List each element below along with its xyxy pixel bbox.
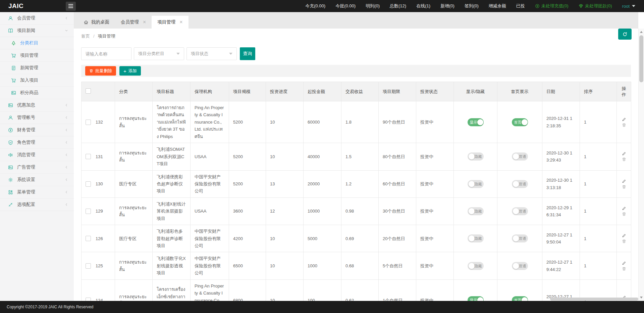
cell-agency: Ping An Property & Casualty Insurance Co…: [191, 101, 229, 143]
scroll-down-arrow[interactable]: [639, 295, 644, 300]
cell-progress: 13: [266, 170, 304, 197]
cell-sort: 1: [580, 252, 617, 279]
status-select[interactable]: 项目状态: [186, 47, 237, 60]
sidebar-item-member-management[interactable]: 会员管理: [0, 12, 74, 25]
edit-button[interactable]: [622, 233, 626, 238]
home-display-toggle[interactable]: 普通: [512, 234, 528, 242]
visibility-toggle[interactable]: 显示: [468, 118, 484, 126]
select-all-checkbox[interactable]: [86, 88, 91, 94]
switch-label: 隐藏: [475, 181, 482, 187]
content-panel: 首页 / 项目管理 项目分类栏目 项目状态 查询: [74, 29, 638, 301]
row-checkbox[interactable]: [86, 154, 91, 159]
edit-button[interactable]: [622, 206, 626, 211]
row-checkbox[interactable]: [86, 263, 91, 269]
delete-button[interactable]: [622, 267, 626, 271]
row-checkbox[interactable]: [86, 209, 91, 214]
sidebar-item-ad-management[interactable]: 广告管理: [0, 161, 74, 174]
switch-knob: [513, 181, 519, 187]
delete-button[interactable]: [622, 157, 626, 162]
edit-button[interactable]: [622, 117, 626, 122]
row-checkbox[interactable]: [86, 120, 91, 125]
switch-label: 隐藏: [475, 263, 482, 269]
topbar-stat[interactable]: 总数(12): [390, 3, 406, 9]
cell-home: 普通: [497, 197, 542, 225]
topbar-stat[interactable]: 今充(0.00): [305, 3, 325, 9]
breadcrumb: 首页 / 项目管理: [74, 29, 638, 44]
brand-logo: JAIC: [0, 2, 66, 10]
sidebar-item-label: 财务管理: [17, 127, 64, 133]
batch-delete-button[interactable]: 批量删除: [85, 66, 116, 76]
category-select[interactable]: 项目分类栏目: [134, 47, 184, 60]
scroll-up-arrow[interactable]: [639, 29, 644, 35]
topbar-stat[interactable]: 增减余额: [489, 3, 506, 9]
edit-button[interactable]: [622, 179, 626, 183]
topbar-stat[interactable]: 已投: [516, 3, 525, 9]
sidebar-item-menu-management[interactable]: 菜单管理: [0, 186, 74, 198]
sidebar-item-project-news[interactable]: 项目新闻: [0, 25, 74, 37]
home-display-toggle[interactable]: 普通: [512, 207, 528, 215]
vertical-scrollbar-thumb[interactable]: [639, 35, 643, 82]
visibility-toggle[interactable]: 隐藏: [468, 207, 484, 215]
search-button[interactable]: 查询: [240, 47, 255, 60]
pending-recharge-alert[interactable]: 未处理充值(0): [535, 3, 569, 9]
table-row: 132การลงทุนระยะสั้นโครงการถ่ายภาพด้วยคลื…: [82, 101, 631, 143]
visibility-toggle[interactable]: 隐藏: [468, 180, 484, 188]
home-display-toggle[interactable]: 普通: [512, 180, 528, 188]
topbar-stat[interactable]: 签到(0): [465, 3, 479, 9]
column-header-5: 投资进度: [266, 82, 304, 101]
refresh-button[interactable]: [618, 29, 632, 40]
home-display-toggle[interactable]: 首页: [512, 118, 528, 126]
sidebar-item-join-project[interactable]: 加入项目: [0, 74, 74, 87]
cell-sort: 1: [580, 101, 617, 143]
cell-progress: 10: [266, 101, 304, 143]
topbar-stat[interactable]: 明到(0): [366, 3, 380, 9]
user-menu[interactable]: root: [622, 4, 635, 9]
breadcrumb-home[interactable]: 首页: [81, 33, 90, 39]
sidebar-item-option-config[interactable]: 选项配置: [0, 198, 74, 211]
tabbar: 我的桌面会员管理×项目管理×: [74, 12, 638, 29]
cell-status: 投资中: [416, 170, 454, 197]
topbar-stat[interactable]: 在线(1): [416, 3, 430, 9]
tab-desktop[interactable]: 我的桌面: [78, 16, 115, 29]
sidebar-item-role-management[interactable]: 角色管理: [0, 136, 74, 149]
sidebar-item-points-goods[interactable]: 积分商品: [0, 87, 74, 99]
row-checkbox[interactable]: [86, 181, 91, 187]
delete-button[interactable]: [622, 185, 626, 189]
sidebar-item-finance-management[interactable]: 财务管理: [0, 124, 74, 136]
topbar-stat[interactable]: 新增(0): [440, 3, 454, 9]
visibility-toggle[interactable]: 隐藏: [468, 152, 484, 161]
edit-button[interactable]: [622, 151, 626, 156]
sidebar-item-discount-interest[interactable]: 优惠加息: [0, 99, 74, 111]
topbar-stat[interactable]: 今提(0.00): [335, 3, 356, 9]
edit-button[interactable]: [622, 261, 626, 265]
sidebar-item-message-management[interactable]: 消息管理: [0, 149, 74, 161]
tab-member[interactable]: 会员管理×: [115, 16, 152, 29]
name-search-input[interactable]: [81, 47, 131, 60]
sidebar-item-system-settings[interactable]: 系统设置: [0, 174, 74, 186]
horizontal-scrollbar-thumb[interactable]: [550, 298, 638, 301]
sidebar-item-category-columns[interactable]: 分类栏目: [0, 37, 74, 49]
main-panel: 我的桌面会员管理×项目管理× 首页 / 项目管理 项目分类栏目 项目状态: [74, 12, 644, 301]
home-display-toggle[interactable]: 普通: [512, 262, 528, 270]
sidebar-item-admin-accounts[interactable]: 管理帐号: [0, 111, 74, 124]
add-button[interactable]: + 添加: [119, 66, 141, 76]
sidebar-item-news-management[interactable]: 新闻管理: [0, 62, 74, 74]
menu-toggle-button[interactable]: [66, 2, 76, 11]
tab-project[interactable]: 项目管理×: [152, 16, 188, 29]
visibility-toggle[interactable]: 隐藏: [468, 262, 484, 270]
cell-scale: 6500: [229, 252, 266, 279]
delete-button[interactable]: [622, 239, 626, 243]
cell-visibility: 隐藏: [454, 252, 497, 279]
cell-period: 80个自然日: [379, 143, 416, 170]
tab-close-icon[interactable]: ×: [179, 19, 182, 25]
home-display-toggle[interactable]: 普通: [512, 152, 528, 161]
sidebar-item-label: 消息管理: [17, 152, 64, 158]
tab-close-icon[interactable]: ×: [143, 19, 146, 25]
row-checkbox[interactable]: [86, 236, 91, 241]
cell-id: 131: [82, 143, 115, 170]
pending-withdraw-alert[interactable]: 未处理提款(0): [579, 3, 612, 9]
delete-button[interactable]: [622, 212, 626, 216]
visibility-toggle[interactable]: 隐藏: [468, 234, 484, 242]
sidebar-item-project-management[interactable]: 项目管理: [0, 49, 74, 62]
delete-button[interactable]: [622, 123, 626, 127]
